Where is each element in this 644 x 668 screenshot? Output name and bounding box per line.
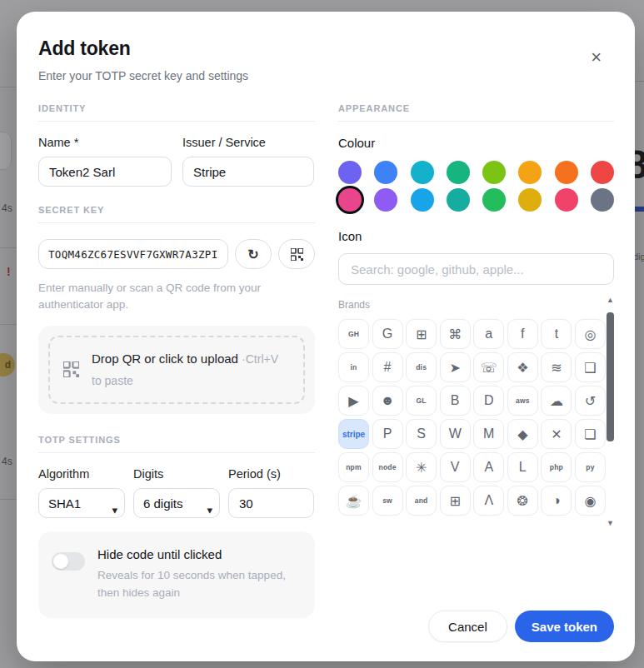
- colour-swatch[interactable]: [555, 161, 578, 184]
- brand-icon-swift[interactable]: sw: [372, 486, 403, 516]
- brand-icon-vuejs[interactable]: V: [440, 452, 471, 482]
- colour-swatch[interactable]: [591, 188, 614, 212]
- colour-swatch[interactable]: [374, 188, 397, 212]
- brand-icon-paypal[interactable]: P: [372, 419, 403, 449]
- brands-scrollbar[interactable]: ▲ ▼: [606, 296, 615, 527]
- brand-icon-twitter[interactable]: t: [541, 319, 572, 349]
- brand-icon-gitlab[interactable]: GL: [406, 386, 437, 416]
- colour-swatch[interactable]: [518, 161, 542, 184]
- brand-icon-android[interactable]: and: [406, 486, 437, 516]
- brand-icon-youtube[interactable]: ▶: [338, 386, 369, 416]
- qr-scan-button[interactable]: [278, 239, 315, 269]
- colour-swatch[interactable]: [482, 188, 506, 212]
- brand-icon-python[interactable]: py: [575, 452, 606, 482]
- issuer-label: Issuer / Service: [182, 136, 314, 149]
- brand-icon-laravel[interactable]: L: [507, 452, 538, 482]
- brand-icon-apple[interactable]: ⌘: [440, 319, 471, 349]
- name-input[interactable]: [38, 157, 172, 187]
- brand-icon-react[interactable]: ✳: [406, 452, 437, 482]
- hide-code-description: Reveals for 10 seconds when tapped, then…: [97, 567, 293, 602]
- colour-swatch[interactable]: [555, 188, 578, 212]
- refresh-icon: ↻: [247, 247, 258, 262]
- hide-code-toggle[interactable]: [52, 552, 85, 571]
- section-identity: IDENTITY: [38, 103, 315, 122]
- left-column: IDENTITY Name * Issuer / Service SECRET …: [38, 103, 315, 618]
- qr-dropzone[interactable]: Drop QR or click to upload ·Ctrl+V to pa…: [38, 326, 315, 415]
- brand-icon-shopify[interactable]: S: [406, 419, 437, 449]
- brand-icon-trello[interactable]: ❏: [575, 419, 606, 449]
- add-token-modal: × Add token Enter your TOTP secret key a…: [17, 12, 635, 661]
- brand-icon-angular[interactable]: A: [473, 452, 504, 482]
- brand-icon-bitbucket[interactable]: B: [440, 386, 471, 416]
- brand-icon-google[interactable]: G: [372, 319, 403, 349]
- brand-icon-microsoft[interactable]: ⊞: [406, 319, 437, 349]
- brand-icon-docker[interactable]: D: [473, 386, 504, 416]
- qr-dropzone-inner: Drop QR or click to upload ·Ctrl+V to pa…: [48, 336, 305, 405]
- brand-icon-slack[interactable]: #: [372, 352, 403, 382]
- regenerate-button[interactable]: ↻: [235, 239, 272, 269]
- scroll-down-icon[interactable]: ▼: [607, 519, 614, 527]
- brand-icon-facebook[interactable]: f: [507, 319, 538, 349]
- brand-icon-npm[interactable]: npm: [338, 452, 369, 482]
- cancel-button[interactable]: Cancel: [428, 611, 507, 642]
- brand-icon-windows[interactable]: ⊞: [440, 486, 471, 516]
- brand-icon-digitalocean[interactable]: ↺: [575, 386, 606, 416]
- period-label: Period (s): [228, 467, 314, 481]
- brand-icon-mailchimp[interactable]: M: [473, 419, 504, 449]
- colour-swatch[interactable]: [591, 161, 614, 184]
- brand-icon-nodejs[interactable]: node: [372, 452, 403, 482]
- right-column: APPEARANCE Colour Icon Brands GHG⊞⌘aft◎i…: [338, 103, 614, 618]
- toggle-knob: [53, 554, 68, 569]
- brand-icon-whatsapp[interactable]: ☏: [473, 352, 504, 382]
- brand-icon-instagram[interactable]: ◎: [575, 319, 606, 349]
- brand-icon-github[interactable]: GH: [338, 319, 369, 349]
- brand-icon-spotify[interactable]: ≋: [541, 352, 572, 382]
- colour-swatch[interactable]: [518, 188, 542, 212]
- hide-code-panel: Hide code until clicked Reveals for 10 s…: [38, 531, 315, 618]
- brand-icon-twitch[interactable]: ❑: [575, 352, 606, 382]
- close-icon[interactable]: ×: [591, 48, 602, 67]
- brand-icon-reddit[interactable]: ☻: [372, 386, 403, 416]
- brand-icon-chrome[interactable]: ◉: [575, 486, 606, 516]
- secret-key-input[interactable]: [38, 239, 228, 269]
- section-appearance: APPEARANCE: [338, 103, 614, 122]
- colour-swatch[interactable]: [482, 161, 506, 184]
- modal-footer: Cancel Save token: [428, 611, 614, 642]
- dropzone-label: Drop QR or click to upload: [92, 351, 238, 366]
- algorithm-select[interactable]: SHA1: [38, 488, 125, 518]
- brand-icon-dropbox[interactable]: ❖: [507, 352, 538, 382]
- brand-icon-discord[interactable]: dis: [406, 352, 437, 382]
- digits-select[interactable]: 6 digits: [133, 488, 220, 518]
- scroll-up-icon[interactable]: ▲: [607, 296, 614, 304]
- issuer-input[interactable]: [182, 157, 314, 187]
- icon-search-input[interactable]: [338, 253, 614, 285]
- brand-icon-mix[interactable]: ✕: [541, 419, 572, 449]
- colour-swatch[interactable]: [411, 161, 434, 184]
- brand-icon-aws[interactable]: aws: [507, 386, 538, 416]
- brand-icon-cloudflare[interactable]: ☁: [541, 386, 572, 416]
- colour-grid: [338, 161, 614, 212]
- brands-area: Brands GHG⊞⌘aft◎in#dis➤☏❖≋❑▶☻GLBDaws☁↺st…: [338, 299, 614, 516]
- secret-helper-text: Enter manually or scan a QR code from yo…: [38, 280, 308, 314]
- colour-swatch[interactable]: [338, 188, 362, 212]
- brand-icon-opera[interactable]: ◑: [541, 486, 572, 516]
- brand-icon-ubuntu[interactable]: ❂: [507, 486, 538, 516]
- brand-icon-telegram[interactable]: ➤: [440, 352, 471, 382]
- brand-icon-amazon[interactable]: a: [473, 319, 504, 349]
- colour-swatch[interactable]: [447, 161, 470, 184]
- brand-icon-php[interactable]: php: [541, 452, 572, 482]
- brand-icon-linux[interactable]: Λ: [473, 486, 504, 516]
- colour-swatch[interactable]: [338, 161, 362, 184]
- brands-grid: GHG⊞⌘aft◎in#dis➤☏❖≋❑▶☻GLBDaws☁↺stripePSW…: [338, 319, 606, 516]
- save-token-button[interactable]: Save token: [515, 611, 614, 642]
- brand-icon-stripe[interactable]: stripe: [338, 419, 369, 449]
- brand-icon-sketch[interactable]: ◆: [507, 419, 538, 449]
- colour-swatch[interactable]: [374, 161, 397, 184]
- colour-swatch[interactable]: [411, 188, 434, 212]
- colour-swatch[interactable]: [447, 188, 470, 212]
- period-input[interactable]: [228, 488, 314, 518]
- brand-icon-java[interactable]: ☕: [338, 486, 369, 516]
- scrollbar-thumb[interactable]: [607, 312, 614, 441]
- brand-icon-wordpress[interactable]: W: [440, 419, 471, 449]
- brand-icon-linkedin[interactable]: in: [338, 352, 369, 382]
